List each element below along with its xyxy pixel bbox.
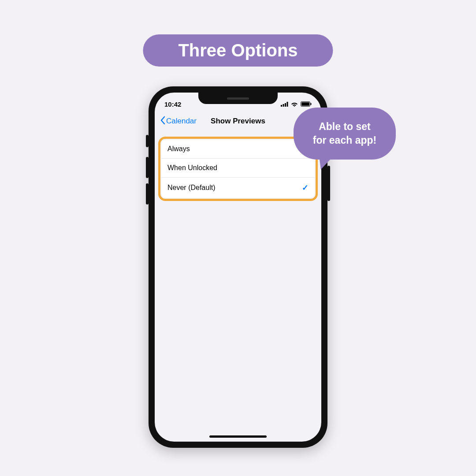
checkmark-icon: ✓ [302,183,309,193]
options-list: Always When Unlocked Never (Default) ✓ [161,140,315,198]
silence-switch[interactable] [146,135,149,147]
callout-text: Able to set for each app! [313,120,376,147]
back-label: Calendar [166,117,197,126]
speaker-grille [227,97,249,100]
svg-rect-3 [287,102,288,107]
volume-down-button[interactable] [146,183,149,205]
status-time: 10:42 [164,100,181,108]
svg-rect-0 [281,105,282,107]
nav-title: Show Previews [211,117,265,126]
callout-bubble: Able to set for each app! [294,108,396,160]
phone-notch [198,93,278,104]
svg-rect-6 [311,103,312,105]
option-when-unlocked[interactable]: When Unlocked [161,159,315,178]
chevron-left-icon [160,116,165,127]
cellular-icon [281,100,288,108]
status-right [281,100,312,108]
wifi-icon [291,100,298,108]
option-label: When Unlocked [167,164,217,172]
back-button[interactable]: Calendar [160,116,197,127]
options-highlight-frame: Always When Unlocked Never (Default) ✓ [158,137,318,201]
option-label: Never (Default) [167,184,215,192]
option-always[interactable]: Always [161,140,315,159]
svg-rect-5 [301,102,309,106]
svg-rect-2 [285,103,286,107]
page-title-pill: Three Options [143,34,333,67]
volume-up-button[interactable] [146,157,149,178]
svg-rect-1 [283,104,284,107]
home-indicator[interactable] [209,435,267,438]
option-never[interactable]: Never (Default) ✓ [161,178,315,198]
option-label: Always [167,145,190,153]
page-title: Three Options [178,41,298,60]
battery-icon [301,100,312,108]
